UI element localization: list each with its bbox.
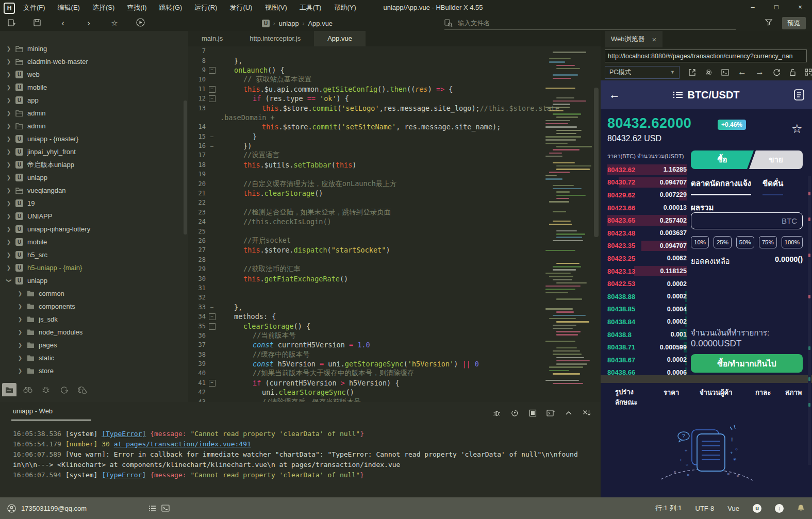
code-line-34[interactable]: 34−methods: { xyxy=(188,312,601,321)
code-line-27[interactable]: 27this.$store.dispatch("startSocket") xyxy=(188,245,601,255)
orders-clipboard-icon[interactable] xyxy=(793,89,805,101)
code-line-12[interactable]: 12−if (res.type == 'ok') { xyxy=(188,94,601,103)
orderbook-row[interactable]: 80438.80.001 xyxy=(607,328,687,341)
code-line-9[interactable]: 9−onLaunch() { xyxy=(188,65,601,75)
fold-collapse-icon[interactable]: − xyxy=(206,313,218,320)
code-line-15[interactable]: 15–} xyxy=(188,132,601,141)
orderbook-row[interactable]: 80438.850.0004 xyxy=(607,303,687,316)
code-line-13[interactable]: 13this.$store.commit('setLogo',res.messa… xyxy=(188,103,601,112)
code-viewport[interactable]: 78},9−onLaunch() {10// 获取站点基本设置11−this.$… xyxy=(188,46,601,402)
url-input[interactable] xyxy=(605,53,806,60)
menu-编辑[interactable]: 编辑(E) xyxy=(52,0,86,15)
orderbook-row[interactable]: 80423.130.118125 xyxy=(607,265,687,278)
code-line-43[interactable]: 43//清除缓存后，保存当前版本号 xyxy=(188,397,601,402)
nav-forward-icon[interactable]: → xyxy=(755,67,764,77)
chevron-collapsed-icon[interactable]: ❯ xyxy=(5,110,12,116)
chevron-collapsed-icon[interactable]: ❯ xyxy=(5,72,12,77)
account-email[interactable]: 1735031199@qq.com xyxy=(21,505,87,512)
tree-item-h5-uniapp-main-[interactable]: ❯Uh5-uniapp - {main} xyxy=(0,261,188,274)
chevron-collapsed-icon[interactable]: ❯ xyxy=(5,46,12,52)
debug-bug-icon[interactable] xyxy=(492,408,501,417)
app-back-icon[interactable]: ← xyxy=(609,88,620,102)
file-language[interactable]: Vue xyxy=(727,505,739,512)
code-line-23[interactable]: 23//检测是否登陆，如果未登录，跳转到登录页面 xyxy=(188,208,601,217)
tree-item-uniapp-qihang-lottery[interactable]: ❯Uuniapp-qihang-lottery xyxy=(0,223,188,236)
tree-item-jinpai-yhyl-front[interactable]: ❯Ujinpai_yhyl_front xyxy=(0,145,188,158)
list-icon[interactable] xyxy=(673,91,683,99)
console-link[interactable]: at pages/transaction/index.vue:491 xyxy=(114,440,251,448)
code-line-wrap[interactable]: .baseDomain + xyxy=(188,113,601,122)
tab-limit-order[interactable]: ขีดคั่น xyxy=(763,177,783,195)
chevron-collapsed-icon[interactable]: ❯ xyxy=(5,59,12,64)
orderbook-row[interactable]: 80423.480.003637 xyxy=(607,227,687,240)
fold-collapse-icon[interactable]: − xyxy=(206,379,218,387)
code-line-35[interactable]: 35−clearStorage() { xyxy=(188,321,601,330)
tree-item-common[interactable]: ❯common xyxy=(0,287,188,300)
console-link[interactable]: [TypeError] xyxy=(102,430,146,438)
editor-tab-App.vue[interactable]: App.vue xyxy=(314,31,366,46)
orderbook-row[interactable]: 80438.710.000599 xyxy=(607,341,687,354)
orderbook-row[interactable]: 80438.840.0002 xyxy=(607,315,687,328)
tab-market-order[interactable]: ตลาดนัดกลางแจ้ง xyxy=(691,177,751,195)
tree-item--uniapp[interactable]: ❯U帝启版本uniapp xyxy=(0,158,188,171)
tree-item-web[interactable]: ❯Uweb xyxy=(0,68,188,81)
fold-end-marker[interactable]: – xyxy=(206,304,218,310)
amount-field[interactable] xyxy=(691,212,803,229)
code-line-11[interactable]: 11−this.$u.api.common.getSiteConfig().th… xyxy=(188,85,601,94)
fold-collapse-icon[interactable]: − xyxy=(206,86,218,93)
page-scrollbar[interactable] xyxy=(808,176,811,465)
task-list-icon[interactable] xyxy=(148,505,156,512)
chevron-collapsed-icon[interactable]: ❯ xyxy=(16,342,24,348)
tree-item-mining[interactable]: ❯mining xyxy=(0,42,188,55)
code-line-20[interactable]: 20//自定义缓存清理方法，应放在onLaunch最上方 xyxy=(188,179,601,188)
submit-buy-button[interactable]: ซื้อ/ทำมากเกินไป xyxy=(691,354,803,373)
editor-scrollbar[interactable] xyxy=(594,88,599,237)
save-icon[interactable] xyxy=(30,19,44,28)
tree-item-components[interactable]: ❯components xyxy=(0,300,188,313)
reload-icon[interactable] xyxy=(773,69,781,76)
web-browser-tab[interactable]: Web浏览器 × xyxy=(605,31,662,47)
percent-button-10[interactable]: 10% xyxy=(691,236,709,248)
favorite-star-icon[interactable]: ☆ xyxy=(107,19,122,28)
console-tab[interactable]: uniapp - Web xyxy=(13,407,53,415)
fold-collapse-icon[interactable]: − xyxy=(206,66,218,74)
fold-end-marker[interactable]: – xyxy=(206,143,218,149)
tree-item-static[interactable]: ❯static xyxy=(0,351,188,364)
code-line-41[interactable]: 41−if (currentH5Version > h5Version) { xyxy=(188,378,601,388)
chevron-collapsed-icon[interactable]: ❯ xyxy=(5,97,12,103)
code-line-21[interactable]: 21this.clearStorage() xyxy=(188,189,601,198)
fold-collapse-icon[interactable]: − xyxy=(206,323,218,330)
code-line-31[interactable]: 31 xyxy=(188,283,601,293)
code-line-14[interactable]: 14this.$store.commit('setSiteName', res.… xyxy=(188,122,601,131)
menu-跳转[interactable]: 跳转(G) xyxy=(154,0,188,15)
tree-item-uniapp[interactable]: ❯Uuniapp xyxy=(0,274,188,287)
percent-button-25[interactable]: 25% xyxy=(714,236,732,248)
tree-item-uniapp[interactable]: ❯Uuniapp xyxy=(0,171,188,184)
file-search-input[interactable] xyxy=(457,19,706,27)
code-line-36[interactable]: 36//当前版本号 xyxy=(188,331,601,340)
buy-tab[interactable]: ซื้อ xyxy=(691,150,754,169)
code-line-37[interactable]: 37const currentH5Version = 1.0 xyxy=(188,340,601,349)
orderbook-row[interactable]: 80430.720.094707 xyxy=(607,176,687,189)
download-update-icon[interactable]: ↓ xyxy=(775,504,784,513)
chevron-collapsed-icon[interactable]: ❯ xyxy=(5,162,12,168)
tree-item-mobile[interactable]: ❯Umobile xyxy=(0,236,188,248)
menu-选择[interactable]: 选择(S) xyxy=(87,0,120,15)
notification-bell-icon[interactable] xyxy=(797,504,805,512)
filter-funnel-icon[interactable] xyxy=(765,18,773,28)
orderbook-row[interactable]: 80423.650.257402 xyxy=(607,214,687,227)
chevron-collapsed-icon[interactable]: ❯ xyxy=(5,188,12,193)
menu-视图[interactable]: 视图(V) xyxy=(259,0,292,15)
close-button[interactable]: × xyxy=(788,0,812,15)
cursor-position[interactable]: 行:1 列:1 xyxy=(655,504,682,513)
files-tab[interactable] xyxy=(2,383,16,396)
preview-button[interactable]: 预览 xyxy=(782,17,806,29)
menu-查找[interactable]: 查找(I) xyxy=(121,0,152,15)
code-line-42[interactable]: 42uni.clearStorageSync() xyxy=(188,388,601,397)
orderbook-row[interactable]: 80423.250.0062 xyxy=(607,252,687,265)
orderbook-row[interactable]: 80438.880.0002 xyxy=(607,290,687,303)
tree-item-pages[interactable]: ❯pages xyxy=(0,339,188,351)
tree-item-app[interactable]: ❯Uapp xyxy=(0,94,188,107)
console-link[interactable]: [TypeError] xyxy=(102,471,146,479)
code-line-40[interactable]: 40//如果当前版本号大于缓存中的版本号，则清除缓存 xyxy=(188,369,601,378)
